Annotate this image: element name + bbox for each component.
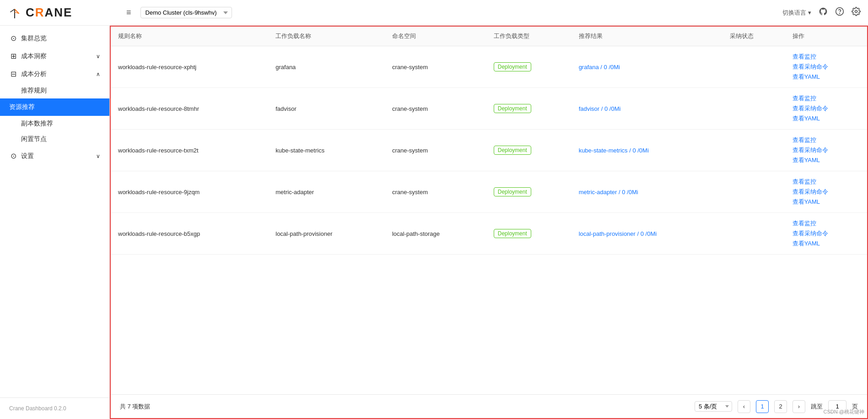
cell-recommend-result: fadvisor / 0 /0Mi: [571, 88, 722, 130]
lang-switch-button[interactable]: 切换语言 ▾: [782, 9, 811, 17]
cell-adopt-status: [722, 213, 785, 255]
sidebar-item-label-cluster-overview: 集群总览: [21, 34, 47, 43]
cell-rule-name: workloads-rule-resource-b5xgp: [111, 213, 268, 255]
menu-toggle-icon[interactable]: ≡: [124, 6, 133, 19]
col-namespace: 命名空间: [385, 27, 486, 46]
settings-icon[interactable]: [852, 7, 861, 18]
action-links: 查看监控查看采纳命令查看YAML: [793, 219, 860, 248]
pagination-total: 共 7 项数据: [120, 403, 150, 411]
action-link[interactable]: 查看采纳命令: [793, 146, 860, 154]
recommend-result-link[interactable]: grafana / 0 /0Mi: [579, 64, 620, 71]
action-link[interactable]: 查看YAML: [793, 73, 860, 81]
recommend-result-link[interactable]: kube-state-metrics / 0 /0Mi: [579, 147, 649, 154]
table-container[interactable]: 规则名称 工作负载名称 命名空间 工作负载类型 推荐结果 采纳状态 操作 wor…: [111, 27, 867, 394]
page-size-select[interactable]: 5 条/页 10 条/页 20 条/页: [695, 401, 732, 412]
github-icon[interactable]: [819, 7, 828, 18]
cell-rule-name: workloads-rule-resource-9jzqm: [111, 171, 268, 213]
cell-workload-type: Deployment: [486, 130, 571, 171]
page-2-button[interactable]: 2: [774, 400, 787, 413]
page-1-button[interactable]: 1: [756, 400, 769, 413]
sidebar-footer: Crane Dashboard 0.2.0: [0, 397, 109, 419]
recommendations-table: 规则名称 工作负载名称 命名空间 工作负载类型 推荐结果 采纳状态 操作 wor…: [111, 27, 867, 255]
cell-workload-name: metric-adapter: [268, 171, 385, 213]
cell-rule-name: workloads-rule-resource-xphtj: [111, 46, 268, 88]
col-recommend-result: 推荐结果: [571, 27, 722, 46]
goto-label: 跳至: [811, 403, 823, 411]
cell-rule-name: workloads-rule-resource-8tmhr: [111, 88, 268, 130]
sidebar: ⊙ 集群总览 ⊞ 成本洞察 ∨ ⊟ 成本分析 ∧ 推荐规则 资源推荐 副本数推荐…: [0, 26, 110, 419]
cell-recommend-result: local-path-provisioner / 0 /0Mi: [571, 213, 722, 255]
action-link[interactable]: 查看YAML: [793, 198, 860, 206]
cost-analysis-icon: ⊟: [9, 70, 17, 78]
sidebar-item-settings[interactable]: ⊙ 设置 ∨: [0, 147, 109, 165]
cluster-select[interactable]: Demo Cluster (cls-9hswhv): [140, 7, 232, 18]
sidebar-item-cluster-overview[interactable]: ⊙ 集群总览: [0, 29, 109, 47]
recommend-result-link[interactable]: metric-adapter / 0 /0Mi: [579, 189, 638, 196]
action-link[interactable]: 查看监控: [793, 178, 860, 186]
sidebar-item-cost-insight[interactable]: ⊞ 成本洞察 ∨: [0, 47, 109, 65]
chevron-down-icon-cost-insight: ∨: [96, 53, 100, 60]
crane-logo-icon: [7, 5, 22, 20]
pagination-bar: 共 7 项数据 5 条/页 10 条/页 20 条/页 ‹ 1 2 › 跳至 页: [111, 394, 867, 418]
action-link[interactable]: 查看采纳命令: [793, 229, 860, 238]
sidebar-item-replica-recommend[interactable]: 副本数推荐: [0, 116, 109, 131]
sidebar-item-idle-nodes[interactable]: 闲置节点: [0, 131, 109, 147]
sidebar-item-label-settings: 设置: [21, 152, 34, 160]
header-right: 切换语言 ▾: [782, 7, 861, 18]
cell-rule-name: workloads-rule-resource-txm2t: [111, 130, 268, 171]
chevron-up-icon-cost-analysis: ∧: [96, 71, 100, 77]
action-links: 查看监控查看采纳命令查看YAML: [793, 136, 860, 164]
action-link[interactable]: 查看监控: [793, 53, 860, 61]
cell-adopt-status: [722, 171, 785, 213]
action-link[interactable]: 查看监控: [793, 136, 860, 144]
sidebar-item-label-cost-insight: 成本洞察: [21, 52, 47, 60]
table-row: workloads-rule-resource-8tmhrfadvisorcra…: [111, 88, 867, 130]
action-links: 查看监控查看采纳命令查看YAML: [793, 94, 860, 123]
cell-actions: 查看监控查看采纳命令查看YAML: [785, 88, 867, 130]
table-row: workloads-rule-resource-xphtjgrafanacran…: [111, 46, 867, 88]
cell-namespace: crane-system: [385, 171, 486, 213]
action-link[interactable]: 查看采纳命令: [793, 104, 860, 113]
sidebar-item-label-recommend-rules: 推荐规则: [21, 87, 47, 94]
sidebar-item-recommend-rules[interactable]: 推荐规则: [0, 83, 109, 98]
prev-page-button[interactable]: ‹: [738, 400, 750, 413]
chevron-down-icon-settings: ∨: [96, 153, 100, 159]
sidebar-item-cost-analysis[interactable]: ⊟ 成本分析 ∧: [0, 65, 109, 83]
cell-adopt-status: [722, 130, 785, 171]
sidebar-item-resource-recommend[interactable]: 资源推荐: [0, 98, 109, 116]
table-row: workloads-rule-resource-b5xgplocal-path-…: [111, 213, 867, 255]
action-link[interactable]: 查看YAML: [793, 239, 860, 248]
cell-workload-name: local-path-provisioner: [268, 213, 385, 255]
cell-actions: 查看监控查看采纳命令查看YAML: [785, 130, 867, 171]
main-content: 规则名称 工作负载名称 命名空间 工作负载类型 推荐结果 采纳状态 操作 wor…: [110, 26, 868, 419]
cell-workload-name: grafana: [268, 46, 385, 88]
cell-actions: 查看监控查看采纳命令查看YAML: [785, 171, 867, 213]
action-link[interactable]: 查看采纳命令: [793, 188, 860, 196]
recommend-result-link[interactable]: local-path-provisioner / 0 /0Mi: [579, 230, 657, 237]
col-adopt-status: 采纳状态: [722, 27, 785, 46]
sidebar-footer-text: Crane Dashboard 0.2.0: [9, 405, 66, 412]
settings-nav-icon: ⊙: [9, 152, 17, 160]
cell-recommend-result: metric-adapter / 0 /0Mi: [571, 171, 722, 213]
workload-type-badge: Deployment: [494, 146, 531, 155]
action-link[interactable]: 查看YAML: [793, 156, 860, 164]
action-link[interactable]: 查看YAML: [793, 114, 860, 123]
workload-type-badge: Deployment: [494, 187, 531, 196]
action-link[interactable]: 查看监控: [793, 94, 860, 103]
workload-type-badge: Deployment: [494, 104, 531, 113]
cell-namespace: crane-system: [385, 46, 486, 88]
sidebar-item-label-idle-nodes: 闲置节点: [21, 135, 47, 142]
cost-insight-icon: ⊞: [9, 52, 17, 60]
action-link[interactable]: 查看监控: [793, 219, 860, 228]
cell-recommend-result: grafana / 0 /0Mi: [571, 46, 722, 88]
watermark: CSDN @桃花键神: [824, 408, 864, 415]
sidebar-item-label-cost-analysis: 成本分析: [21, 70, 47, 78]
cluster-overview-icon: ⊙: [9, 34, 17, 43]
help-icon[interactable]: [835, 7, 844, 18]
action-link[interactable]: 查看采纳命令: [793, 63, 860, 71]
cell-workload-type: Deployment: [486, 46, 571, 88]
next-page-button[interactable]: ›: [793, 400, 805, 413]
recommend-result-link[interactable]: fadvisor / 0 /0Mi: [579, 105, 621, 112]
cell-workload-type: Deployment: [486, 171, 571, 213]
cell-actions: 查看监控查看采纳命令查看YAML: [785, 46, 867, 88]
